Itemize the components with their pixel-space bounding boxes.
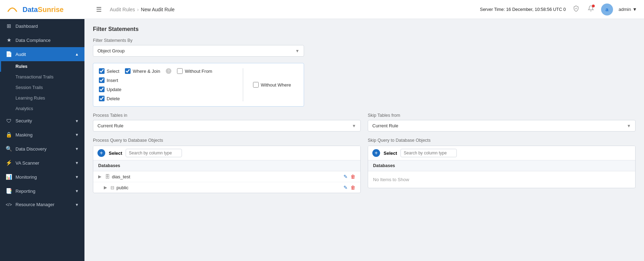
logo-sunrise-text: Sunrise [38, 6, 63, 13]
sidebar-item-label: Resource Manager [15, 202, 71, 207]
skip-tables-select[interactable]: Current Rule ▼ [368, 120, 636, 132]
topbar: ☰ Audit Rules › New Audit Rule Server Ti… [84, 0, 644, 19]
breadcrumb-parent[interactable]: Audit Rules [110, 7, 135, 12]
query-objects-section: Process Query to Database Objects + Sele… [93, 138, 636, 193]
monitoring-icon: 📊 [6, 174, 12, 180]
skip-query-search-input[interactable] [400, 149, 457, 157]
process-query-col: Process Query to Database Objects + Sele… [93, 138, 361, 193]
delete-icon[interactable]: 🗑 [351, 174, 355, 179]
avatar: a [601, 4, 613, 15]
main-area: ☰ Audit Rules › New Audit Rule Server Ti… [84, 0, 644, 261]
sidebar-sub-item-learning-rules[interactable]: Learning Rules [0, 93, 84, 103]
sidebar-sub-item-transactional-trails[interactable]: Transactional Trails [0, 72, 84, 82]
skip-query-select-label: Select [384, 151, 397, 156]
sidebar-item-va-scanner[interactable]: ⚡ VA Scanner ▼ [0, 156, 84, 170]
logo-icon [6, 3, 19, 16]
sidebar-item-monitoring[interactable]: 📊 Monitoring ▼ [0, 170, 84, 184]
delete-icon[interactable]: 🗑 [351, 185, 355, 190]
skip-query-col: Skip Query to Database Objects + Select … [368, 138, 636, 193]
logo-data-text: Data [23, 6, 38, 13]
process-query-header: + Select [93, 146, 360, 160]
masking-icon: 🔒 [6, 132, 12, 138]
process-tables-col: Process Tables in Current Rule ▼ [93, 113, 361, 138]
without-where-section: Without Where [246, 68, 298, 101]
skip-tables-col: Skip Tables from Current Rule ▼ [368, 113, 636, 138]
checkbox-where-join[interactable]: Where & Join [125, 68, 160, 74]
row-actions: ✎ 🗑 [343, 185, 355, 190]
delete-checkbox[interactable] [99, 96, 105, 101]
checkbox-without-where[interactable]: Without Where [253, 82, 291, 88]
notification-dot [592, 5, 595, 7]
checkbox-row-2: Insert [99, 77, 240, 83]
process-tables-select[interactable]: Current Rule ▼ [93, 120, 361, 132]
skip-tables-label: Skip Tables from [368, 113, 636, 118]
breadcrumb: Audit Rules › New Audit Rule [110, 7, 476, 12]
help-icon[interactable]: ? [166, 68, 171, 74]
reporting-icon: 📑 [6, 188, 12, 194]
notification-button[interactable] [586, 4, 595, 15]
without-from-checkbox[interactable] [177, 68, 183, 74]
sidebar-sub-item-analytics[interactable]: Analytics [0, 103, 84, 114]
sidebar-sub-item-rules[interactable]: Rules [0, 61, 84, 72]
process-query-add-button[interactable]: + [97, 149, 105, 157]
sidebar-item-audit[interactable]: 📄 Audit ▲ [0, 47, 84, 61]
skip-query-label: Skip Query to Database Objects [368, 138, 636, 143]
checkbox-delete[interactable]: Delete [99, 96, 120, 101]
select-checkbox[interactable] [99, 68, 105, 74]
where-join-checkbox[interactable] [125, 68, 131, 74]
sidebar-item-label: Data Discovery [15, 146, 71, 152]
edit-icon[interactable]: ✎ [343, 185, 348, 190]
without-where-checkbox[interactable] [253, 82, 259, 88]
process-tables-group: Process Tables in Current Rule ▼ [93, 113, 361, 132]
sub-item-label: Analytics [15, 106, 33, 111]
chevron-down-icon: ▼ [75, 119, 79, 123]
expand-toggle[interactable]: ▶ [98, 174, 101, 179]
update-checkbox[interactable] [99, 87, 105, 92]
chevron-down-icon: ▼ [627, 123, 631, 128]
process-tables-label: Process Tables in [93, 113, 361, 118]
menu-toggle-button[interactable]: ☰ [91, 0, 106, 19]
checkbox-update[interactable]: Update [99, 87, 121, 92]
sidebar-item-masking[interactable]: 🔒 Masking ▼ [0, 128, 84, 142]
checkbox-row-1: Select Where & Join ? Without From [99, 68, 240, 74]
sidebar-item-security[interactable]: 🛡 Security ▼ [0, 114, 84, 128]
edit-icon[interactable]: ✎ [343, 174, 348, 179]
sidebar-item-dashboard[interactable]: ⊞ Dashboard [0, 19, 84, 33]
sub-item-label: Learning Rules [15, 96, 45, 101]
chevron-down-icon: ▼ [352, 123, 356, 128]
checkbox-select[interactable]: Select [99, 68, 119, 74]
chevron-down-icon: ▼ [75, 147, 79, 151]
sidebar-item-label: Audit [15, 52, 71, 57]
insert-checkbox[interactable] [99, 77, 105, 83]
chevron-up-icon: ▲ [75, 52, 79, 56]
page-title: Filter Statements [93, 26, 636, 32]
sidebar: DataSunrise ⊞ Dashboard ★ Data Complianc… [0, 0, 84, 261]
skip-query-header: + Select [368, 146, 635, 160]
content-area: Filter Statements Filter Statements By O… [84, 19, 644, 261]
checkbox-row-3: Update [99, 87, 240, 92]
sidebar-item-label: Masking [15, 132, 71, 138]
skip-query-add-button[interactable]: + [372, 149, 380, 157]
expand-toggle[interactable]: ▶ [104, 185, 107, 190]
sidebar-item-data-compliance[interactable]: ★ Data Compliance [0, 33, 84, 47]
topbar-right: Server Time: 16 December, 10:58:56 UTC 0… [480, 4, 637, 15]
filter-statements-by-label: Filter Statements By [93, 38, 636, 43]
table-row: ▶ ⊟ public ✎ 🗑 [93, 182, 360, 193]
sidebar-item-data-discovery[interactable]: 🔍 Data Discovery ▼ [0, 142, 84, 156]
sidebar-sub-item-session-trails[interactable]: Session Trails [0, 82, 84, 93]
filter-statements-by-select[interactable]: Object Group ▼ [93, 45, 304, 57]
filter-statements-by-group: Filter Statements By Object Group ▼ [93, 38, 636, 57]
checkbox-row-4: Delete [99, 96, 240, 101]
audit-icon: 📄 [6, 51, 12, 57]
shield-check-button[interactable] [572, 4, 581, 15]
checkbox-without-from[interactable]: Without From [177, 68, 212, 74]
breadcrumb-sep: › [137, 7, 139, 12]
sidebar-item-reporting[interactable]: 📑 Reporting ▼ [0, 184, 84, 198]
breadcrumb-current: New Audit Rule [141, 7, 175, 12]
sidebar-item-resource-manager[interactable]: </> Resource Manager ▼ [0, 198, 84, 211]
checkbox-insert[interactable]: Insert [99, 77, 118, 83]
process-query-search-input[interactable] [126, 149, 182, 157]
data-discovery-icon: 🔍 [6, 146, 12, 152]
chevron-down-icon: ▼ [75, 161, 79, 165]
admin-menu[interactable]: admin ▼ [619, 7, 637, 12]
